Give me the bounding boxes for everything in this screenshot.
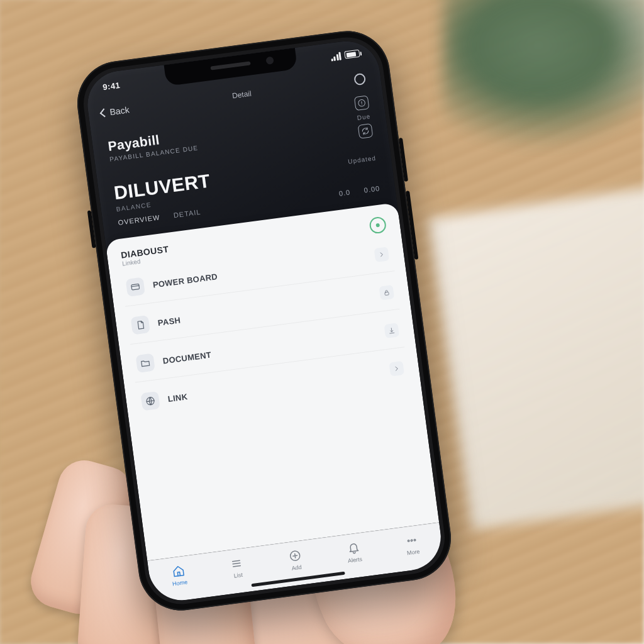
svg-point-7 xyxy=(414,539,416,541)
dots-icon xyxy=(403,532,420,549)
tab-detail[interactable]: DETAIL xyxy=(173,208,201,219)
battery-icon xyxy=(344,50,360,59)
meta-updated: Updated xyxy=(348,155,377,165)
tab-label: Alerts xyxy=(347,556,362,564)
status-ring-icon[interactable] xyxy=(369,216,387,234)
signal-icon xyxy=(330,52,341,61)
list-item-label: LINK xyxy=(167,391,188,403)
download-icon xyxy=(384,323,399,338)
bell-icon xyxy=(345,540,362,557)
sheet: DIABOUST Linked POWER BOARD xyxy=(105,203,439,561)
card-icon xyxy=(126,277,145,297)
back-button[interactable]: Back xyxy=(101,104,130,118)
globe-icon xyxy=(140,391,160,411)
list-item-label: POWER BOARD xyxy=(152,272,218,289)
chevron-right-icon xyxy=(389,361,404,377)
folder-icon xyxy=(135,353,155,373)
refresh-icon[interactable] xyxy=(358,123,374,139)
list-item-label: PASH xyxy=(157,315,181,328)
tab-label: More xyxy=(406,548,420,557)
tab-add[interactable]: Add xyxy=(287,547,304,572)
svg-point-6 xyxy=(411,540,413,541)
tab-list[interactable]: List xyxy=(228,555,246,580)
plus-icon xyxy=(287,547,304,564)
amount: 0.00 xyxy=(364,184,380,194)
svg-rect-1 xyxy=(131,284,140,290)
tab-home[interactable]: Home xyxy=(170,563,188,587)
tabs-value: 0.0 xyxy=(338,188,351,197)
home-icon xyxy=(170,563,187,580)
tab-alerts[interactable]: Alerts xyxy=(345,540,363,564)
status-time: 9:41 xyxy=(102,80,121,92)
call-icon[interactable] xyxy=(352,71,367,87)
tab-label: Add xyxy=(291,564,302,572)
nav-title: Detail xyxy=(231,89,252,101)
section-badge: Due xyxy=(357,113,371,121)
tab-label: Home xyxy=(172,579,188,587)
document-icon xyxy=(130,315,150,335)
list-item-label: DOCUMENT xyxy=(162,350,212,365)
svg-rect-2 xyxy=(385,292,389,295)
list-icon xyxy=(228,555,245,572)
tab-overview[interactable]: OVERVIEW xyxy=(118,213,160,226)
back-label: Back xyxy=(109,104,130,117)
svg-point-5 xyxy=(408,540,409,542)
chevron-left-icon xyxy=(100,108,109,117)
tab-label: List xyxy=(233,572,243,579)
lock-icon xyxy=(379,285,394,301)
chevron-right-icon xyxy=(374,247,390,262)
info-icon[interactable] xyxy=(354,95,370,111)
tab-more[interactable]: More xyxy=(403,532,421,557)
